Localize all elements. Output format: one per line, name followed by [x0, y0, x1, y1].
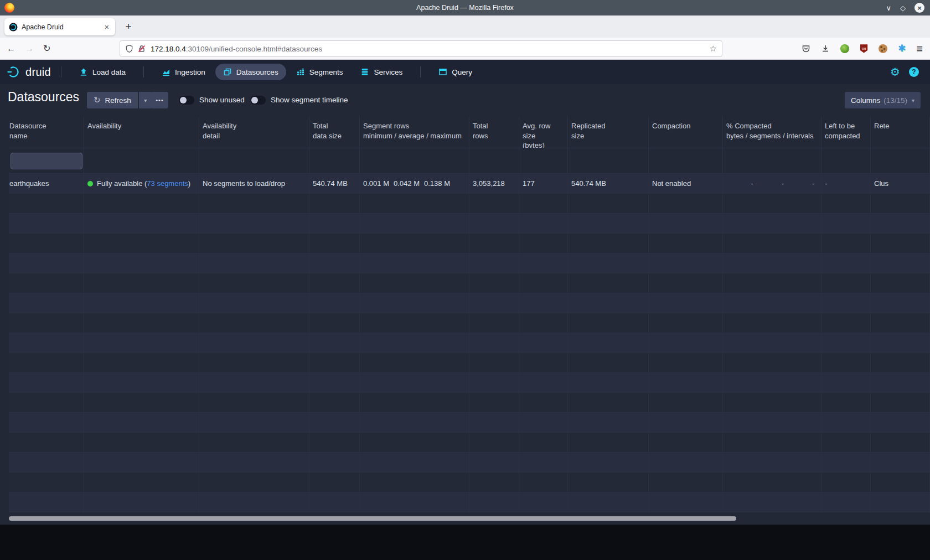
download-icon[interactable]: [821, 44, 830, 53]
back-icon[interactable]: ←: [7, 44, 16, 54]
segments-icon: [296, 68, 305, 76]
column-header[interactable]: Compaction: [649, 116, 723, 148]
datasource-row[interactable]: earthquakesFully available (73 segments)…: [9, 174, 930, 194]
column-header[interactable]: Datasource name: [9, 116, 84, 148]
segments-link[interactable]: 73 segments: [147, 179, 188, 188]
adblock-shield-icon[interactable]: U0: [860, 44, 868, 53]
nav-item-datasources[interactable]: Datasources: [215, 64, 286, 80]
navbar-divider: [420, 66, 421, 77]
empty-cell: [568, 353, 649, 372]
empty-cell: [871, 234, 930, 253]
refresh-caret-button[interactable]: ▾: [139, 92, 152, 108]
druid-logo[interactable]: druid: [7, 65, 51, 79]
empty-cell: [199, 293, 309, 313]
empty-cell: [568, 453, 649, 472]
more-actions-button[interactable]: •••: [151, 92, 168, 108]
gear-icon[interactable]: ⚙: [890, 66, 900, 77]
horizontal-scrollbar[interactable]: [9, 516, 736, 521]
column-header[interactable]: Replicated size: [568, 116, 649, 148]
empty-cell: [519, 333, 568, 352]
empty-cell: [649, 473, 723, 492]
column-header[interactable]: % Compacted bytes / segments / intervals: [723, 116, 822, 148]
hamburger-menu-icon[interactable]: ≡: [916, 43, 923, 54]
column-header[interactable]: Total data size: [309, 116, 360, 148]
nav-item-query[interactable]: Query: [431, 64, 480, 80]
window-close-icon[interactable]: ×: [914, 3, 924, 13]
empty-cell: [84, 492, 199, 512]
pocket-icon[interactable]: [802, 44, 810, 53]
retention-cell[interactable]: Clus: [871, 174, 930, 193]
empty-cell: [9, 273, 84, 293]
window-maximize-icon[interactable]: ◇: [900, 4, 906, 12]
availability-text: Fully available (: [97, 179, 147, 188]
forward-icon[interactable]: →: [25, 44, 34, 54]
left-to-be-compacted-cell[interactable]: -: [822, 174, 871, 193]
empty-cell: [649, 313, 723, 333]
refresh-button[interactable]: ↻ Refresh: [87, 92, 138, 108]
total-rows-cell[interactable]: 3,053,218: [469, 174, 519, 193]
column-header[interactable]: Availability: [84, 116, 199, 148]
window-minimize-icon[interactable]: ∨: [886, 4, 891, 12]
empty-cell: [871, 413, 930, 432]
column-header[interactable]: Avg. row size (bytes): [519, 116, 568, 148]
browser-tab[interactable]: Apache Druid ×: [4, 18, 115, 35]
empty-cell: [519, 353, 568, 372]
empty-cell: [519, 234, 568, 253]
nav-item-label: Segments: [309, 68, 343, 76]
empty-cell: [309, 473, 360, 492]
empty-cell: [309, 194, 360, 213]
availability-cell[interactable]: Fully available (73 segments): [84, 174, 199, 193]
empty-cell: [649, 148, 723, 173]
segment-rows-cell[interactable]: 0.001 M0.042 M0.138 M: [360, 174, 469, 193]
columns-button[interactable]: Columns (13/15) ▾: [845, 92, 921, 108]
column-header[interactable]: Left to be compacted: [822, 116, 871, 148]
url-host: 172.18.0.4: [151, 45, 186, 53]
services-icon: [360, 68, 369, 76]
empty-cell: [871, 353, 930, 372]
column-header[interactable]: Total rows: [469, 116, 519, 148]
empty-cell: [519, 313, 568, 333]
empty-cell: [360, 413, 469, 432]
tab-close-icon[interactable]: ×: [103, 23, 111, 32]
bookmark-star-icon[interactable]: ☆: [710, 44, 717, 54]
show-unused-toggle[interactable]: [179, 96, 194, 105]
empty-cell: [469, 413, 519, 432]
nav-item-load-data[interactable]: Load data: [71, 64, 133, 80]
column-header[interactable]: Availability detail: [199, 116, 309, 148]
datasource-filter-input[interactable]: [11, 153, 82, 169]
help-icon[interactable]: ?: [909, 67, 919, 77]
empty-cell: [871, 473, 930, 492]
empty-cell: [309, 214, 360, 233]
replicated-size-cell[interactable]: 540.74 MB: [568, 174, 649, 193]
cookie-extension-icon[interactable]: [879, 44, 887, 53]
insecure-lock-icon[interactable]: [137, 44, 146, 53]
availability-detail-cell[interactable]: No segments to load/drop: [199, 174, 309, 193]
show-unused-label: Show unused: [199, 92, 245, 108]
column-header[interactable]: Segment rows minimum / average / maximum: [360, 116, 469, 148]
url-bar[interactable]: 172.18.0.4:30109/unified-console.html#da…: [120, 40, 722, 57]
compaction-cell[interactable]: Not enabled: [649, 174, 723, 193]
reload-icon[interactable]: ↻: [43, 43, 50, 54]
nav-item-segments[interactable]: Segments: [288, 64, 351, 80]
empty-table-row: [9, 453, 930, 473]
column-header[interactable]: Rete: [871, 116, 930, 148]
query-icon: [438, 68, 447, 76]
empty-cell: [199, 473, 309, 492]
show-segment-timeline-toggle[interactable]: [250, 96, 266, 105]
more-icon: •••: [156, 97, 164, 103]
nav-item-services[interactable]: Services: [353, 64, 410, 80]
privacy-badger-icon[interactable]: [840, 44, 849, 53]
datasource-name-cell[interactable]: earthquakes: [9, 174, 84, 193]
nav-item-ingestion[interactable]: Ingestion: [154, 64, 213, 80]
avg-row-size-cell[interactable]: 177: [519, 174, 568, 193]
empty-cell: [871, 194, 930, 213]
total-data-size-cell[interactable]: 540.74 MB: [309, 174, 360, 193]
empty-cell: [469, 473, 519, 492]
extension-asterisk-icon[interactable]: ✱: [898, 44, 906, 53]
empty-table-row: [9, 413, 930, 433]
empty-cell: [309, 253, 360, 273]
empty-cell: [84, 373, 199, 392]
shield-icon[interactable]: [125, 44, 133, 53]
pct-compacted-cell[interactable]: ---: [723, 174, 822, 193]
new-tab-button[interactable]: +: [121, 19, 136, 34]
